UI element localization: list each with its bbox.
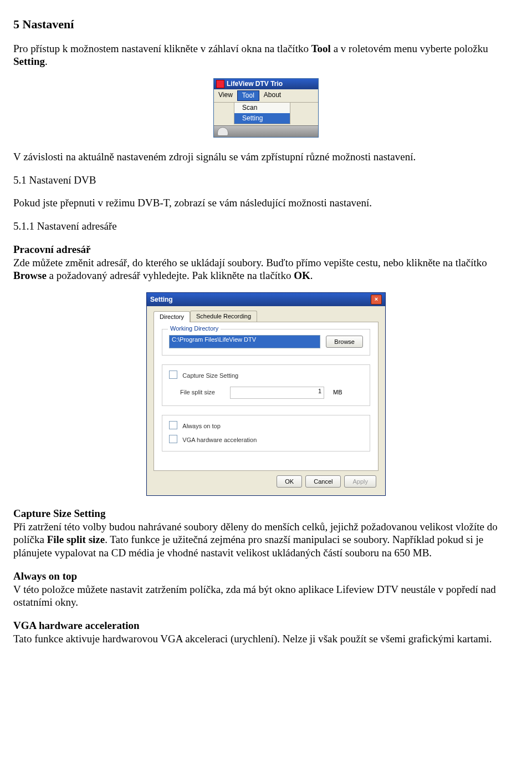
- capture-bold: File split size: [47, 534, 105, 545]
- tab-schedule[interactable]: Schedule Recording: [190, 311, 257, 322]
- group-workdir-legend: Working Directory: [168, 325, 221, 333]
- workdir-heading: Pracovní adresář: [13, 244, 91, 255]
- player-knob-icon: [217, 127, 228, 136]
- vga-text: Tato funkce aktivuje hardwarovou VGA akc…: [13, 633, 492, 645]
- dialog-tabs: Directory Schedule Recording: [154, 311, 378, 322]
- vga-heading: VGA hardware acceleration: [13, 620, 140, 631]
- dialog-pane: Working Directory C:\Program Files\LifeV…: [154, 322, 378, 471]
- menu-tool[interactable]: Tool: [237, 90, 259, 101]
- dialog-button-row: OK Cancel Apply: [154, 471, 378, 490]
- always-text: V této položce můžete nastavit zatržením…: [13, 584, 496, 608]
- always-paragraph: Always on top V této položce můžete nast…: [13, 570, 519, 609]
- always-heading: Always on top: [13, 570, 77, 582]
- after-intro: V závislosti na aktuálně nastaveném zdro…: [13, 150, 519, 164]
- capture-size-checkbox[interactable]: [169, 371, 177, 379]
- intro-paragraph: Pro přístup k možnostem nastavení klikně…: [13, 42, 519, 69]
- submenu: Scan Setting: [234, 102, 290, 124]
- tab-directory[interactable]: Directory: [154, 311, 190, 322]
- group-options: Always on top VGA hardware acceleration: [162, 415, 370, 452]
- always-on-top-label: Always on top: [182, 423, 220, 429]
- vga-accel-checkbox[interactable]: [169, 435, 177, 443]
- menu-title-text: LifeView DTV Trio: [227, 80, 283, 88]
- dialog-titlebar: Setting ×: [147, 293, 385, 306]
- file-split-label: File split size: [180, 389, 224, 397]
- vga-paragraph: VGA hardware acceleration Tato funkce ak…: [13, 619, 519, 646]
- workdir-bold-browse: Browse: [13, 270, 47, 281]
- submenu-scan[interactable]: Scan: [234, 103, 290, 113]
- menu-window-title: LifeView DTV Trio: [214, 79, 318, 89]
- workdir-bold-ok: OK: [294, 270, 310, 281]
- menu-view[interactable]: View: [214, 90, 237, 101]
- section-title: 5 Nastavení: [13, 17, 519, 32]
- browse-button[interactable]: Browse: [326, 336, 363, 348]
- capture-size-label: Capture Size Setting: [182, 372, 238, 379]
- cancel-button[interactable]: Cancel: [305, 475, 341, 488]
- group-working-directory: Working Directory C:\Program Files\LifeV…: [162, 329, 370, 356]
- ok-button[interactable]: OK: [277, 475, 302, 488]
- group-capture-size: Capture Size Setting File split size 1 M…: [162, 364, 370, 406]
- workdir-mid: a požadovaný adresář vyhledejte. Pak kli…: [47, 270, 294, 281]
- intro-mid: a v roletovém menu vyberte položku: [331, 43, 488, 54]
- workdir-pre: Zde můžete změnit adresář, do kterého se…: [13, 257, 487, 268]
- menu-screenshot: LifeView DTV Trio View Tool About Scan S…: [213, 78, 319, 138]
- player-strip: [214, 125, 318, 137]
- workdir-post: .: [310, 270, 313, 281]
- dialog-title-text: Setting: [150, 296, 173, 304]
- capture-heading: Capture Size Setting: [13, 508, 105, 519]
- sub1-text: Pokud jste přepnuti v režimu DVB-T, zobr…: [13, 196, 519, 210]
- menu-about[interactable]: About: [259, 90, 285, 101]
- workdir-paragraph: Pracovní adresář Zde můžete změnit adres…: [13, 243, 519, 282]
- sub11-title: 5.1.1 Nastavení adresáře: [13, 220, 519, 233]
- intro-bold-tool: Tool: [311, 43, 331, 54]
- sub1-title: 5.1 Nastavení DVB: [13, 174, 519, 187]
- setting-dialog: Setting × Directory Schedule Recording W…: [146, 292, 386, 496]
- submenu-setting[interactable]: Setting: [234, 113, 290, 124]
- mb-label: MB: [333, 389, 342, 397]
- capture-paragraph: Capture Size Setting Při zatržení této v…: [13, 507, 519, 560]
- path-input[interactable]: C:\Program Files\LifeView DTV: [169, 335, 320, 348]
- menu-bar: View Tool About: [214, 89, 318, 103]
- always-on-top-checkbox[interactable]: [169, 421, 177, 429]
- intro-bold-setting: Setting: [13, 55, 45, 67]
- intro-pre: Pro přístup k možnostem nastavení klikně…: [13, 43, 311, 54]
- close-icon[interactable]: ×: [371, 295, 382, 305]
- intro-post: .: [45, 55, 48, 67]
- apply-button[interactable]: Apply: [344, 475, 376, 488]
- vga-accel-label: VGA hardware acceleration: [182, 437, 257, 443]
- app-icon: [216, 80, 224, 88]
- file-split-input[interactable]: 1: [230, 387, 324, 399]
